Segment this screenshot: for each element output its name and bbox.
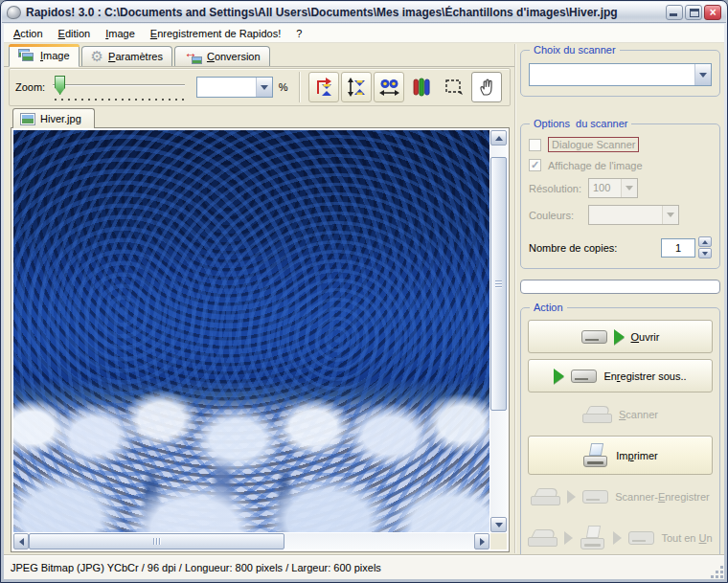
app-window: Rapidos! 3.0 : C:\Documents and Settings… <box>0 0 728 583</box>
tab-parametres[interactable]: ⚙ Paramètres <box>81 46 172 66</box>
chevron-right-icon <box>480 538 485 546</box>
disk-drive-icon <box>628 531 654 545</box>
zoom-percent-value <box>197 78 256 97</box>
copies-input[interactable]: 1 <box>661 238 695 258</box>
zoom-slider-ticks <box>55 99 185 101</box>
arrow-icon <box>613 531 622 545</box>
maximize-button[interactable] <box>685 5 702 20</box>
zoom-toolbar: Zoom: % <box>9 68 511 106</box>
disk-drive-icon <box>582 490 608 504</box>
file-tab-label: Hiver.jpg <box>40 113 81 124</box>
scanner-label: Scanner <box>619 409 658 420</box>
scanner-select-dropdown-button[interactable] <box>694 64 711 85</box>
file-tab-hiver[interactable]: Hiver.jpg <box>12 108 95 128</box>
rotate-icon <box>313 77 334 98</box>
dialogue-scanner-label: Dialogue Scanner <box>548 137 639 152</box>
scanner-enregistrer-label: Scanner-Enregistrer <box>615 491 709 503</box>
menu-action[interactable]: Action <box>8 25 53 42</box>
app-icon <box>7 6 21 19</box>
colors-button[interactable] <box>406 72 437 102</box>
menu-edition[interactable]: Edition <box>53 25 101 42</box>
choix-scanner-title: Choix du scanner <box>530 44 620 56</box>
horizontal-scroll-track[interactable] <box>29 533 474 549</box>
rgb-pens-icon <box>411 77 432 98</box>
copies-down-button[interactable] <box>698 248 712 258</box>
flip-horizontal-icon <box>378 77 399 98</box>
menu-help[interactable]: ? <box>290 25 311 42</box>
dialogue-scanner-checkbox[interactable] <box>529 139 541 151</box>
scroll-down-button[interactable] <box>490 517 507 532</box>
chevron-down-icon <box>667 213 674 217</box>
menu-bar: Action Edition Image Enregistrement de R… <box>4 24 724 43</box>
gear-icon: ⚙ <box>91 50 103 63</box>
green-arrow-icon <box>614 329 625 345</box>
scanner-select-value <box>530 64 694 85</box>
image-hiver[interactable] <box>13 130 489 532</box>
printer-icon <box>580 526 606 549</box>
tab-image[interactable]: Image <box>9 44 80 67</box>
chevron-down-icon <box>626 186 633 191</box>
disk-drive-icon <box>581 330 607 344</box>
title-bar[interactable]: Rapidos! 3.0 : C:\Documents and Settings… <box>2 2 726 23</box>
couleurs-value <box>589 206 662 224</box>
menu-image[interactable]: Image <box>100 25 145 42</box>
scroll-up-button[interactable] <box>490 130 507 146</box>
options-scanner-title: Options du scanner <box>530 118 631 129</box>
close-icon: × <box>705 6 720 19</box>
horizontal-scroll-thumb[interactable] <box>29 533 284 549</box>
tab-parametres-label: Paramètres <box>108 51 163 62</box>
flip-vertical-button[interactable] <box>341 72 372 102</box>
pan-hand-button[interactable] <box>471 72 502 102</box>
flip-horizontal-button[interactable] <box>374 72 404 102</box>
scanner-side-panel: Choix du scanner Options du scanner Dial… <box>514 44 724 553</box>
tout-en-un-label: Tout en Un <box>661 532 712 544</box>
scroll-right-button[interactable] <box>474 533 489 549</box>
zoom-slider-thumb[interactable] <box>55 76 65 95</box>
couleurs-dropdown-button[interactable] <box>662 206 678 224</box>
copies-up-button[interactable] <box>698 236 712 247</box>
scroll-left-button[interactable] <box>13 533 29 549</box>
zoom-slider[interactable] <box>53 73 185 101</box>
resolution-dropdown-button[interactable] <box>621 179 637 197</box>
minimize-button[interactable] <box>666 5 683 20</box>
zoom-slider-track <box>53 84 185 86</box>
zoom-percent-select[interactable] <box>196 77 273 98</box>
percent-sign: % <box>279 81 288 93</box>
resolution-select[interactable]: 100 <box>588 178 638 198</box>
resolution-value: 100 <box>589 179 621 197</box>
scanner-icon <box>582 406 612 423</box>
enregistrer-sous-button[interactable]: Enregistrer sous.. <box>528 359 713 392</box>
scanner-button: Scanner <box>528 398 713 430</box>
affichage-image-checkbox[interactable]: ✓ <box>529 159 541 171</box>
selection-rectangle-icon <box>444 77 465 98</box>
select-region-button[interactable] <box>439 72 469 102</box>
tab-conversion[interactable]: ↔ Conversion <box>174 46 270 66</box>
imprimer-label: Imprimer <box>616 450 657 461</box>
tab-conversion-label: Conversion <box>207 51 261 62</box>
resolution-label: Résolution: <box>529 183 588 194</box>
zoom-combo-dropdown-button[interactable] <box>256 78 272 97</box>
horizontal-scrollbar[interactable] <box>13 533 489 549</box>
resize-grip[interactable] <box>711 566 724 579</box>
scanner-icon <box>528 529 557 547</box>
vertical-scrollbar[interactable] <box>490 130 507 532</box>
window-title: Rapidos! 3.0 : C:\Documents and Settings… <box>26 6 661 19</box>
couleurs-select[interactable] <box>588 205 679 225</box>
rotate-button[interactable] <box>308 72 339 102</box>
vertical-scroll-thumb[interactable] <box>490 157 507 411</box>
scanner-select[interactable] <box>529 63 712 86</box>
arrow-icon <box>564 531 573 545</box>
scanner-icon <box>531 488 560 505</box>
imprimer-button[interactable]: Imprimer <box>528 436 713 475</box>
status-text: JPEG Bitmap (JPG) YCbCr / 96 dpi / Longu… <box>11 562 381 573</box>
ouvrir-button[interactable]: Ouvrir <box>528 320 713 353</box>
menu-enregistrement[interactable]: Enregistrement de Rapidos! <box>145 25 290 42</box>
action-group-title: Action <box>530 302 567 313</box>
arrow-icon <box>567 490 576 504</box>
vertical-scroll-track[interactable] <box>490 146 507 517</box>
close-button[interactable]: × <box>704 5 721 20</box>
chevron-up-icon <box>702 240 708 244</box>
chevron-down-icon <box>261 85 268 90</box>
choix-scanner-group: Choix du scanner <box>520 50 720 97</box>
couleurs-label: Couleurs: <box>529 210 588 221</box>
